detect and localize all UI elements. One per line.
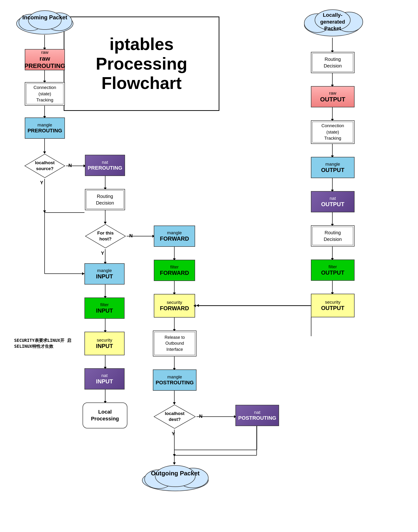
mangle-input: mangle INPUT [84,263,125,285]
arrow-mangle-to-diamond1 [44,139,45,153]
arrow-security-input-to-nat [105,355,105,368]
raw-output: raw OUTPUT [311,86,355,107]
arrow-mangle-post-to-diamond3 [174,391,174,404]
security-note: SECURITY表要求LINUX开 启SELINUX特性才生效 [14,337,82,349]
routing-decision-2: RoutingDecision [311,52,355,73]
routing-decision-3: RoutingDecision [311,225,355,246]
for-this-host-diamond: For thishost? [84,223,127,249]
line-y1-to-mangle-input [44,212,84,213]
nat-output: nat OUTPUT [311,191,355,212]
routing-decision-1: RoutingDecision [85,189,125,210]
arrow-nat-output-to-rd3 [332,212,333,225]
line-nat-post-down [257,426,257,450]
arrow-n2-to-mangle-fwd [127,236,154,236]
filter-input: filter INPUT [84,298,125,319]
arrow-raw-to-conn [44,70,45,82]
nat-prerouting: nat PREROUTING [85,155,125,176]
arrow-conn1-to-mangle [44,106,45,117]
security-input: security INPUT [84,332,125,355]
arrow-rd2-to-raw-output [332,73,333,86]
arrow-rd1-to-diamond2 [105,210,105,223]
mangle-prerouting: mangle PREROUTING [25,117,65,139]
conn-tracking-1: Connection(state)Tracking [25,82,65,106]
nat-input: nat INPUT [84,368,125,390]
arrow-conn2-to-mangle-output [332,144,333,157]
mangle-forward: mangle FORWARD [154,226,195,247]
title-box: iptablesProcessingFlowchart [64,16,219,111]
arrow-n1-to-nat-pre [66,166,85,166]
line-sec-out-down [311,317,311,336]
arrow-filter-fwd-to-security [174,281,174,294]
local-processing: LocalProcessing [82,403,127,428]
arrow-filter-output-to-security [332,281,333,294]
localhost-dest-diamond: localhostdest? [153,404,197,430]
arrow-nat-input-to-local [105,390,105,403]
arrow-security-fwd-to-release [174,318,174,331]
arrow-mangle-input-to-filter [105,285,105,298]
release-outbound: Release toOutboundInterface [153,331,197,357]
mangle-output: mangle OUTPUT [311,157,355,178]
nat-postrouting: nat POSTROUTING [235,405,279,426]
security-output: security OUTPUT [311,294,355,317]
outgoing-packet-cloud: Outgoing Packet [139,464,212,492]
arrow-mangle-output-to-nat [332,178,333,191]
label-y2: Y [101,251,104,256]
line-nat-post-to-center [174,450,257,450]
raw-prerouting: raw raw PREROUTING [25,49,65,70]
arrow-y1-down [44,179,45,212]
conn-tracking-2: Connection(state)Tracking [311,120,355,144]
arrow-mangle-fwd-to-filter [174,247,174,260]
arrow-rd3-to-filter-output [332,246,333,259]
arrow-release-to-mangle-post [174,357,174,370]
arrow-incoming-to-raw [44,35,45,49]
security-forward: security FORWARD [154,294,195,318]
incoming-packet-cloud: Incoming Packet [13,10,77,35]
mangle-postrouting: mangle POSTROUTING [153,370,197,391]
arrow-to-outgoing [174,450,174,464]
arrow-y2-to-mangle-input [105,249,105,263]
localhost-source-diamond: localhostsource? [23,153,66,179]
filter-forward: filter FORWARD [154,260,195,281]
line-security-output-to-release [197,305,311,306]
arrow-nat-pre-to-rd1 [105,176,105,189]
arrow-to-release [194,305,197,306]
locally-generated-cloud: Locally-generatedPacket [300,7,366,38]
arrow-raw-output-to-conn2 [332,107,333,120]
arrow-filter-input-to-security [105,319,105,332]
arrow-locally-to-rd2 [332,38,333,52]
filter-output: filter OUTPUT [311,259,355,281]
svg-marker-17 [82,272,84,275]
label-y1: Y [40,180,43,185]
flowchart: iptablesProcessingFlowchart Incoming Pac… [0,0,418,532]
arrow-n3-to-nat-post [197,416,235,417]
title-text: iptablesProcessingFlowchart [96,35,187,93]
